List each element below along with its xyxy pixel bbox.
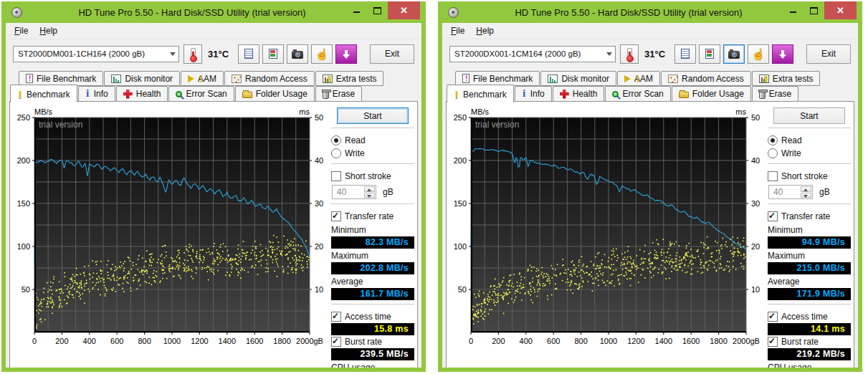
cpu-usage-label: CPU usage (768, 363, 851, 372)
temperature-button[interactable] (183, 44, 202, 64)
transfer-rate-checkbox[interactable]: Transfer rate (768, 211, 851, 221)
write-radio[interactable]: Write (331, 148, 414, 158)
start-button[interactable]: Start (337, 107, 409, 124)
burst-rate-checkbox[interactable]: Burst rate (768, 337, 851, 347)
tab-info[interactable]: Info (78, 86, 115, 102)
spin-up-icon[interactable] (801, 186, 811, 192)
title-bar: HD Tune Pro 5.50 - Hard Disk/SSD Utility… (442, 1, 858, 23)
copy-text-button[interactable] (674, 44, 696, 64)
camera-button[interactable] (287, 44, 308, 64)
svg-text:50: 50 (22, 285, 30, 294)
benchmark-chart: trial versionMB/sms250200150100505040302… (11, 106, 331, 372)
save-results-button[interactable] (772, 44, 793, 64)
tab-folder-usage[interactable]: Folder Usage (235, 86, 315, 102)
tab-label: Disk monitor (125, 74, 173, 84)
start-button[interactable]: Start (773, 107, 845, 124)
spin-down-icon[interactable] (364, 193, 375, 198)
tab-error-scan[interactable]: Error Scan (605, 86, 670, 102)
tab-extra-tests[interactable]: Extra tests (315, 71, 384, 86)
access-time-value: 14.1 ms (768, 323, 851, 335)
close-button[interactable]: ✕ (824, 1, 857, 19)
read-radio[interactable]: Read (331, 135, 414, 145)
down-arrow-icon (343, 49, 350, 59)
exit-button[interactable]: Exit (806, 44, 851, 64)
copy-image-button[interactable] (699, 44, 720, 64)
menu-file[interactable]: File (9, 24, 34, 37)
spin-up-icon[interactable] (364, 186, 375, 192)
spin-down-icon[interactable] (801, 193, 811, 198)
minimize-button[interactable] (783, 1, 803, 20)
exit-button[interactable]: Exit (370, 44, 414, 64)
copy-image-button[interactable] (262, 44, 284, 64)
average-label: Average (331, 277, 414, 287)
camera-button[interactable] (723, 44, 745, 64)
donate-button[interactable]: ☝ (311, 44, 333, 64)
menu-help[interactable]: Help (470, 24, 500, 37)
svg-text:1800: 1800 (273, 337, 290, 345)
tab-random-access[interactable]: Random Access (661, 71, 751, 86)
error-scan-icon (612, 91, 619, 97)
stroke-size-row: 40 gB (768, 185, 851, 199)
caption-buttons: ✕ (346, 1, 420, 20)
tab-folder-usage[interactable]: Folder Usage (672, 86, 751, 102)
svg-text:40: 40 (751, 156, 760, 165)
tab-benchmark[interactable]: Benchmark (10, 85, 77, 102)
svg-text:MB/s: MB/s (34, 107, 53, 116)
maximize-button[interactable] (367, 1, 388, 20)
app-window: HD Tune Pro 5.50 - Hard Disk/SSD Utility… (438, 1, 862, 372)
tab-disk-monitor[interactable]: Disk monitor (104, 71, 180, 86)
cpu-usage-label: CPU usage (331, 363, 414, 372)
tab-file-benchmark[interactable]: File Benchmark (455, 71, 540, 86)
svg-text:100: 100 (454, 242, 467, 251)
stroke-size-spinner[interactable]: 40 (768, 185, 813, 199)
maximize-button[interactable] (803, 1, 824, 20)
drive-select[interactable]: ST2000DX001-1CM164 (2000 gB) (449, 46, 616, 62)
tab-info[interactable]: Info (515, 86, 552, 102)
svg-text:50: 50 (751, 113, 760, 122)
extra-tests-icon (323, 75, 333, 83)
menu-help[interactable]: Help (34, 24, 63, 37)
tab-label: Folder Usage (692, 89, 744, 99)
short-stroke-checkbox[interactable]: Short stroke (331, 171, 414, 181)
separator (331, 203, 414, 206)
tab-aam[interactable]: AAM (617, 71, 660, 86)
copy-text-button[interactable] (238, 44, 259, 64)
tab-benchmark[interactable]: Benchmark (447, 85, 514, 102)
menu-file[interactable]: File (445, 24, 470, 37)
speaker-icon (624, 75, 631, 82)
extra-tests-icon (759, 75, 769, 83)
tab-aam[interactable]: AAM (181, 71, 224, 86)
svg-text:40: 40 (315, 156, 323, 165)
read-label: Read (781, 135, 802, 145)
tab-extra-tests[interactable]: Extra tests (752, 71, 821, 86)
tab-error-scan[interactable]: Error Scan (168, 86, 234, 102)
tab-erase[interactable]: Erase (315, 86, 362, 102)
close-button[interactable]: ✕ (388, 1, 420, 19)
access-time-checkbox[interactable]: Access time (768, 312, 851, 322)
tab-disk-monitor[interactable]: Disk monitor (540, 71, 616, 86)
write-radio[interactable]: Write (768, 148, 851, 158)
stroke-size-spinner[interactable]: 40 (332, 185, 376, 199)
read-radio[interactable]: Read (768, 135, 851, 145)
stroke-size-row: 40 gB (332, 185, 414, 199)
separator (331, 304, 414, 307)
minimize-button[interactable] (346, 1, 367, 20)
tab-file-benchmark[interactable]: File Benchmark (19, 71, 103, 86)
disk-monitor-icon (111, 75, 121, 83)
drive-select[interactable]: ST2000DM001-1CH164 (2000 gB) (13, 46, 179, 62)
checkbox-checked-icon (768, 312, 778, 322)
burst-rate-checkbox[interactable]: Burst rate (331, 337, 414, 347)
window-title: HD Tune Pro 5.50 - Hard Disk/SSD Utility… (49, 7, 335, 18)
tab-health[interactable]: Health (116, 86, 168, 102)
svg-text:150: 150 (454, 199, 467, 208)
temperature-button[interactable] (620, 44, 639, 64)
tab-random-access[interactable]: Random Access (224, 71, 315, 86)
tab-erase[interactable]: Erase (752, 86, 798, 102)
transfer-rate-checkbox[interactable]: Transfer rate (331, 211, 414, 221)
tab-health[interactable]: Health (553, 86, 605, 102)
checkbox-checked-icon (768, 211, 778, 221)
donate-button[interactable]: ☝ (748, 44, 769, 64)
save-results-button[interactable] (335, 44, 357, 64)
access-time-checkbox[interactable]: Access time (331, 312, 414, 322)
short-stroke-checkbox[interactable]: Short stroke (768, 171, 851, 181)
